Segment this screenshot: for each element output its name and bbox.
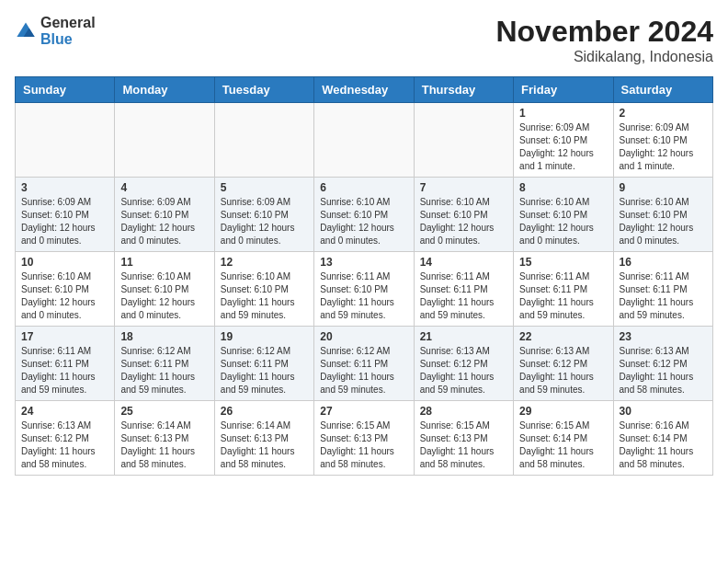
calendar-cell: 14Sunrise: 6:11 AM Sunset: 6:11 PM Dayli…	[414, 252, 513, 327]
calendar-cell	[115, 103, 214, 178]
day-number: 13	[320, 256, 407, 269]
day-info: Sunrise: 6:11 AM Sunset: 6:11 PM Dayligh…	[620, 270, 707, 322]
calendar-day-header: Tuesday	[214, 77, 313, 103]
calendar-cell: 25Sunrise: 6:14 AM Sunset: 6:13 PM Dayli…	[115, 401, 214, 476]
calendar-cell: 24Sunrise: 6:13 AM Sunset: 6:12 PM Dayli…	[16, 401, 115, 476]
calendar-cell: 28Sunrise: 6:15 AM Sunset: 6:13 PM Dayli…	[414, 401, 513, 476]
day-info: Sunrise: 6:11 AM Sunset: 6:11 PM Dayligh…	[21, 345, 108, 396]
day-info: Sunrise: 6:14 AM Sunset: 6:13 PM Dayligh…	[120, 419, 208, 471]
calendar-cell: 27Sunrise: 6:15 AM Sunset: 6:13 PM Dayli…	[314, 401, 414, 476]
day-info: Sunrise: 6:09 AM Sunset: 6:10 PM Dayligh…	[120, 196, 208, 247]
calendar-cell	[414, 103, 513, 178]
calendar-cell: 26Sunrise: 6:14 AM Sunset: 6:13 PM Dayli…	[214, 401, 313, 476]
calendar-day-header: Sunday	[16, 77, 115, 103]
day-number: 24	[21, 405, 108, 418]
calendar-cell: 19Sunrise: 6:12 AM Sunset: 6:11 PM Dayli…	[214, 327, 313, 401]
day-info: Sunrise: 6:16 AM Sunset: 6:14 PM Dayligh…	[620, 419, 707, 471]
calendar-cell	[16, 103, 115, 178]
day-number: 20	[320, 330, 407, 343]
day-info: Sunrise: 6:13 AM Sunset: 6:12 PM Dayligh…	[420, 345, 507, 396]
calendar-cell: 18Sunrise: 6:12 AM Sunset: 6:11 PM Dayli…	[115, 327, 214, 401]
day-info: Sunrise: 6:12 AM Sunset: 6:11 PM Dayligh…	[221, 345, 308, 396]
day-number: 16	[620, 256, 707, 269]
day-number: 6	[320, 181, 407, 194]
calendar-cell: 30Sunrise: 6:16 AM Sunset: 6:14 PM Dayli…	[613, 401, 712, 476]
day-number: 10	[21, 256, 108, 269]
calendar-table: SundayMondayTuesdayWednesdayThursdayFrid…	[15, 76, 713, 476]
day-info: Sunrise: 6:11 AM Sunset: 6:10 PM Dayligh…	[320, 270, 407, 322]
day-number: 30	[620, 405, 707, 418]
day-info: Sunrise: 6:15 AM Sunset: 6:13 PM Dayligh…	[420, 419, 507, 471]
calendar-cell: 1Sunrise: 6:09 AM Sunset: 6:10 PM Daylig…	[514, 103, 613, 178]
calendar-day-header: Friday	[514, 77, 613, 103]
day-number: 14	[420, 256, 507, 269]
day-info: Sunrise: 6:09 AM Sunset: 6:10 PM Dayligh…	[519, 121, 607, 173]
calendar-week-row: 3Sunrise: 6:09 AM Sunset: 6:10 PM Daylig…	[16, 178, 713, 252]
day-info: Sunrise: 6:10 AM Sunset: 6:10 PM Dayligh…	[120, 270, 208, 322]
day-number: 26	[221, 405, 308, 418]
page-subtitle: Sidikalang, Indonesia	[495, 49, 713, 65]
calendar-cell: 17Sunrise: 6:11 AM Sunset: 6:11 PM Dayli…	[16, 327, 115, 401]
day-info: Sunrise: 6:09 AM Sunset: 6:10 PM Dayligh…	[21, 196, 108, 247]
day-info: Sunrise: 6:10 AM Sunset: 6:10 PM Dayligh…	[21, 270, 108, 322]
day-number: 15	[519, 256, 607, 269]
day-info: Sunrise: 6:15 AM Sunset: 6:13 PM Dayligh…	[320, 419, 407, 471]
calendar-cell: 21Sunrise: 6:13 AM Sunset: 6:12 PM Dayli…	[414, 327, 513, 401]
day-info: Sunrise: 6:12 AM Sunset: 6:11 PM Dayligh…	[320, 345, 407, 396]
logo-text: General Blue	[40, 15, 96, 47]
day-number: 2	[620, 107, 707, 120]
day-number: 3	[21, 181, 108, 194]
calendar-cell: 5Sunrise: 6:09 AM Sunset: 6:10 PM Daylig…	[214, 178, 313, 252]
day-number: 5	[221, 181, 308, 194]
day-info: Sunrise: 6:10 AM Sunset: 6:10 PM Dayligh…	[420, 196, 507, 247]
day-info: Sunrise: 6:10 AM Sunset: 6:10 PM Dayligh…	[320, 196, 407, 247]
day-number: 11	[120, 256, 208, 269]
day-number: 28	[420, 405, 507, 418]
calendar-cell: 12Sunrise: 6:10 AM Sunset: 6:10 PM Dayli…	[214, 252, 313, 327]
calendar-cell: 3Sunrise: 6:09 AM Sunset: 6:10 PM Daylig…	[16, 178, 115, 252]
day-number: 8	[519, 181, 607, 194]
calendar-cell: 22Sunrise: 6:13 AM Sunset: 6:12 PM Dayli…	[514, 327, 613, 401]
calendar-cell: 4Sunrise: 6:09 AM Sunset: 6:10 PM Daylig…	[115, 178, 214, 252]
day-number: 12	[221, 256, 308, 269]
day-number: 9	[620, 181, 707, 194]
day-info: Sunrise: 6:12 AM Sunset: 6:11 PM Dayligh…	[120, 345, 208, 396]
day-info: Sunrise: 6:11 AM Sunset: 6:11 PM Dayligh…	[420, 270, 507, 322]
calendar-cell: 7Sunrise: 6:10 AM Sunset: 6:10 PM Daylig…	[414, 178, 513, 252]
day-number: 4	[120, 181, 208, 194]
calendar-cell	[314, 103, 414, 178]
day-number: 21	[420, 330, 507, 343]
day-info: Sunrise: 6:09 AM Sunset: 6:10 PM Dayligh…	[221, 196, 308, 247]
calendar-cell: 13Sunrise: 6:11 AM Sunset: 6:10 PM Dayli…	[314, 252, 414, 327]
calendar-week-row: 1Sunrise: 6:09 AM Sunset: 6:10 PM Daylig…	[16, 103, 713, 178]
day-number: 29	[519, 405, 607, 418]
calendar-header-row: SundayMondayTuesdayWednesdayThursdayFrid…	[16, 77, 713, 103]
title-block: November 2024 Sidikalang, Indonesia	[495, 15, 713, 65]
calendar-cell: 8Sunrise: 6:10 AM Sunset: 6:10 PM Daylig…	[514, 178, 613, 252]
calendar-cell: 11Sunrise: 6:10 AM Sunset: 6:10 PM Dayli…	[115, 252, 214, 327]
day-number: 7	[420, 181, 507, 194]
day-info: Sunrise: 6:11 AM Sunset: 6:11 PM Dayligh…	[519, 270, 607, 322]
calendar-cell	[214, 103, 313, 178]
day-number: 1	[519, 107, 607, 120]
calendar-cell: 16Sunrise: 6:11 AM Sunset: 6:11 PM Dayli…	[613, 252, 712, 327]
day-number: 18	[120, 330, 208, 343]
day-info: Sunrise: 6:10 AM Sunset: 6:10 PM Dayligh…	[221, 270, 308, 322]
calendar-cell: 9Sunrise: 6:10 AM Sunset: 6:10 PM Daylig…	[613, 178, 712, 252]
day-number: 27	[320, 405, 407, 418]
calendar-cell: 23Sunrise: 6:13 AM Sunset: 6:12 PM Dayli…	[613, 327, 712, 401]
calendar-cell: 29Sunrise: 6:15 AM Sunset: 6:14 PM Dayli…	[514, 401, 613, 476]
day-number: 19	[221, 330, 308, 343]
calendar-week-row: 17Sunrise: 6:11 AM Sunset: 6:11 PM Dayli…	[16, 327, 713, 401]
calendar-day-header: Monday	[115, 77, 214, 103]
day-info: Sunrise: 6:13 AM Sunset: 6:12 PM Dayligh…	[21, 419, 108, 471]
calendar-cell: 15Sunrise: 6:11 AM Sunset: 6:11 PM Dayli…	[514, 252, 613, 327]
calendar-cell: 20Sunrise: 6:12 AM Sunset: 6:11 PM Dayli…	[314, 327, 414, 401]
logo-icon	[15, 20, 37, 42]
calendar-week-row: 24Sunrise: 6:13 AM Sunset: 6:12 PM Dayli…	[16, 401, 713, 476]
calendar-cell: 6Sunrise: 6:10 AM Sunset: 6:10 PM Daylig…	[314, 178, 414, 252]
day-info: Sunrise: 6:10 AM Sunset: 6:10 PM Dayligh…	[620, 196, 707, 247]
page-title: November 2024	[495, 15, 713, 49]
day-number: 25	[120, 405, 208, 418]
day-number: 17	[21, 330, 108, 343]
